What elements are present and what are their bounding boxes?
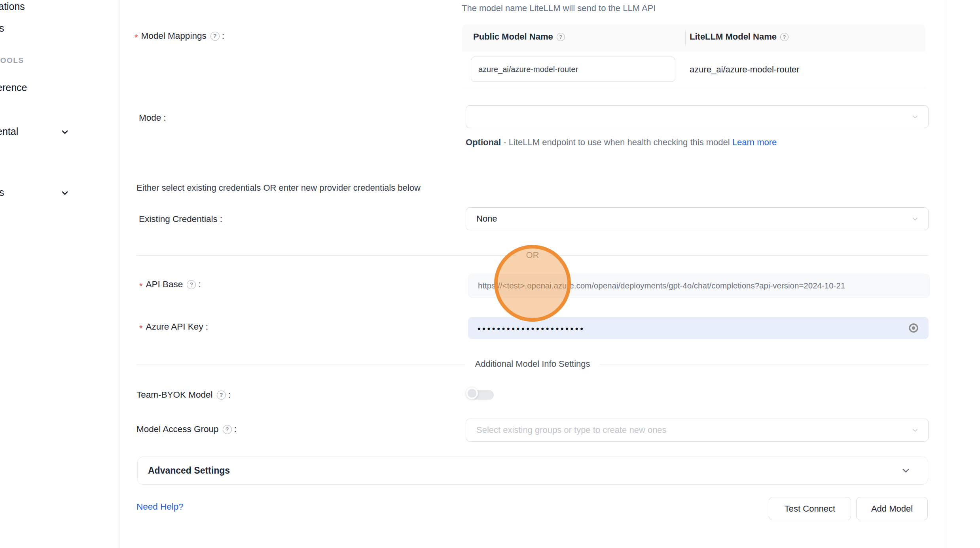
model-mappings-label: * Model Mappings ? :	[135, 30, 224, 42]
model-access-group-label: Model Access Group ? :	[136, 423, 237, 436]
azure-api-key-label: * Azure API Key :	[139, 320, 208, 333]
help-glyph: ?	[220, 392, 223, 398]
field-label-text: API Base	[146, 279, 183, 290]
help-glyph: ?	[213, 33, 217, 39]
label-colon: :	[206, 322, 208, 332]
button-label: Add Model	[871, 504, 913, 514]
chevron-down-icon	[911, 426, 919, 434]
label-colon: :	[222, 31, 224, 41]
label-colon: :	[220, 214, 222, 224]
help-body-text: - LiteLLM endpoint to use when health ch…	[501, 137, 732, 147]
help-bold-text: Optional	[466, 137, 501, 147]
add-model-button[interactable]: Add Model	[856, 497, 928, 520]
column-divider	[685, 30, 686, 46]
help-icon[interactable]: ?	[210, 32, 220, 41]
public-model-name-value: azure_ai/azure-model-router	[478, 65, 578, 74]
chevron-down-icon[interactable]	[60, 127, 70, 138]
sidebar-item-clipped-1[interactable]: ations	[0, 1, 25, 12]
or-divider-text: OR	[517, 250, 549, 260]
help-icon[interactable]: ?	[223, 425, 232, 434]
content-left-border	[119, 0, 120, 548]
label-colon: :	[198, 279, 201, 290]
model-access-group-placeholder: Select existing groups or type to create…	[476, 425, 667, 435]
existing-credentials-select[interactable]: None	[466, 207, 929, 230]
api-base-label: * API Base ? :	[139, 278, 201, 291]
column-header-public-model-name: Public Model Name ?	[473, 32, 565, 42]
chevron-down-icon	[900, 465, 911, 476]
divider-line	[549, 255, 929, 256]
sidebar-section-tools: TOOLS	[0, 56, 24, 65]
need-help-link[interactable]: Need Help?	[136, 502, 184, 512]
api-base-value: https://<test>.openai.azure.com/openai/d…	[478, 281, 845, 290]
column-header-text: Public Model Name	[473, 32, 553, 42]
model-access-group-select[interactable]: Select existing groups or type to create…	[466, 419, 929, 442]
chevron-down-icon	[911, 112, 919, 121]
help-icon[interactable]: ?	[187, 280, 196, 289]
required-asterisk: *	[139, 323, 143, 334]
existing-credentials-value: None	[476, 214, 497, 224]
divider-line	[136, 255, 517, 256]
learn-more-link[interactable]: Learn more	[732, 137, 777, 147]
sidebar-item-clipped-3[interactable]: erence	[0, 82, 27, 93]
label-colon: :	[228, 390, 231, 400]
advanced-settings-header[interactable]: Advanced Settings	[137, 457, 928, 485]
existing-credentials-label: Existing Credentials :	[139, 213, 222, 226]
table-bottom-border	[462, 88, 925, 88]
mode-help-text: Optional - LiteLLM endpoint to use when …	[466, 135, 794, 150]
add-model-form-screen: ations s TOOLS erence ental s The model …	[0, 0, 980, 548]
chevron-down-icon	[911, 214, 919, 223]
field-label-text: Model Mappings	[141, 31, 207, 41]
additional-settings-divider: Additional Model Info Settings	[136, 358, 929, 370]
divider-line	[136, 364, 465, 364]
help-glyph: ?	[226, 427, 229, 432]
help-glyph: ?	[190, 282, 193, 288]
litellm-model-name-value: azure_ai/azure-model-router	[690, 64, 800, 75]
content-right-border	[946, 0, 946, 548]
field-label-text: Model Access Group	[136, 424, 219, 434]
field-label-text: Mode	[139, 113, 161, 123]
field-label-text: Team-BYOK Model	[136, 390, 213, 400]
help-glyph: ?	[783, 34, 786, 40]
mode-label: Mode :	[139, 112, 166, 124]
field-label-text: Azure API Key	[146, 322, 203, 332]
eye-icon[interactable]	[908, 322, 919, 335]
team-byok-toggle[interactable]	[466, 387, 495, 403]
test-connect-button[interactable]: Test Connect	[769, 497, 851, 520]
button-label: Test Connect	[785, 504, 835, 514]
masked-api-key-value: ••••••••••••••••••••••	[478, 324, 585, 334]
sidebar-item-clipped-2[interactable]: s	[0, 23, 4, 34]
required-asterisk: *	[139, 281, 143, 291]
chevron-down-icon[interactable]	[60, 188, 70, 199]
label-colon: :	[234, 424, 237, 434]
divider-line	[600, 364, 929, 364]
credentials-note: Either select existing credentials OR en…	[136, 183, 421, 193]
column-header-litellm-model-name: LiteLLM Model Name ?	[690, 32, 789, 42]
mode-select[interactable]	[466, 105, 929, 128]
required-asterisk: *	[135, 32, 138, 43]
field-label-text: Existing Credentials	[139, 214, 218, 224]
sidebar-item-clipped-5[interactable]: s	[0, 187, 4, 198]
azure-api-key-input[interactable]: ••••••••••••••••••••••	[468, 317, 929, 339]
help-icon[interactable]: ?	[557, 33, 565, 41]
sidebar-item-clipped-4[interactable]: ental	[0, 126, 18, 137]
help-icon[interactable]: ?	[217, 391, 226, 400]
public-model-name-input[interactable]: azure_ai/azure-model-router	[471, 57, 675, 82]
api-base-input[interactable]: https://<test>.openai.azure.com/openai/d…	[468, 274, 930, 298]
additional-settings-title: Additional Model Info Settings	[465, 359, 599, 369]
model-name-hint: The model name LiteLLM will send to the …	[462, 3, 656, 13]
toggle-knob	[466, 387, 478, 399]
column-header-text: LiteLLM Model Name	[690, 32, 777, 42]
or-divider: OR	[136, 250, 929, 260]
help-icon[interactable]: ?	[780, 33, 789, 41]
advanced-settings-title: Advanced Settings	[148, 465, 230, 476]
label-colon: :	[163, 113, 166, 123]
help-glyph: ?	[559, 34, 562, 40]
team-byok-label: Team-BYOK Model ? :	[136, 389, 231, 401]
